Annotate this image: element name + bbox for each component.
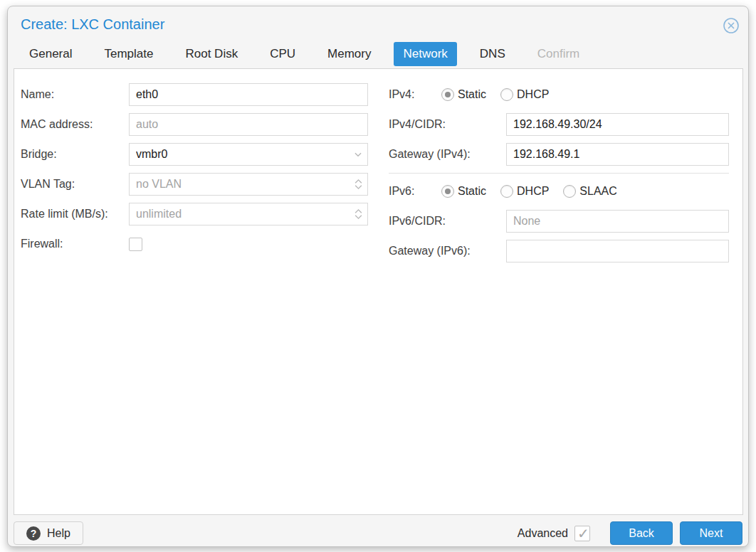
dialog-title: Create: LXC Container	[21, 16, 164, 33]
ipv4-cidr-row: IPv4/CIDR:	[389, 113, 733, 136]
name-input[interactable]	[129, 83, 368, 106]
tab-network[interactable]: Network	[394, 42, 456, 66]
advanced-checkbox[interactable]	[574, 526, 590, 541]
mac-row: MAC address:	[21, 113, 389, 136]
dialog-footer: ? Help Advanced Back Next	[8, 515, 748, 546]
ipv4-mode-label: IPv4:	[389, 88, 441, 101]
ipv6-dhcp-option[interactable]: DHCP	[500, 185, 549, 198]
gateway-ipv6-label: Gateway (IPv6):	[389, 245, 506, 258]
ipv6-mode-row: IPv6: Static DHCP SLAAC	[389, 180, 733, 203]
ipv6-mode-label: IPv6:	[389, 185, 441, 198]
gateway-ipv4-label: Gateway (IPv4):	[389, 148, 506, 161]
help-button-label: Help	[47, 527, 70, 540]
tab-general[interactable]: General	[20, 42, 81, 66]
vlan-row: VLAN Tag:	[21, 173, 389, 196]
tab-dns[interactable]: DNS	[471, 42, 515, 66]
chevron-down-icon[interactable]	[353, 143, 363, 166]
ipv4-dhcp-radio[interactable]	[500, 88, 513, 101]
rate-limit-spinner-input[interactable]	[129, 203, 368, 225]
gateway-ipv6-row: Gateway (IPv6):	[389, 240, 733, 262]
spinner-up-down-icon[interactable]	[354, 203, 363, 225]
question-circle-icon: ?	[26, 526, 41, 541]
ipv6-slaac-option-label[interactable]: SLAAC	[579, 185, 616, 198]
gateway-ipv6-input[interactable]	[506, 240, 729, 262]
mac-label: MAC address:	[21, 118, 129, 131]
ipv6-cidr-row: IPv6/CIDR:	[389, 210, 733, 233]
ipv4-static-option[interactable]: Static	[441, 88, 486, 101]
firewall-label: Firewall:	[21, 238, 129, 250]
name-label: Name:	[21, 88, 129, 101]
gateway-ipv4-input[interactable]	[506, 143, 729, 166]
wizard-tabbar: General Template Root Disk CPU Memory Ne…	[8, 37, 748, 68]
firewall-row: Firewall:	[21, 233, 389, 255]
spinner-up-down-icon[interactable]	[354, 173, 363, 196]
ipv4-dhcp-option[interactable]: DHCP	[500, 88, 549, 101]
ipv6-static-option[interactable]: Static	[441, 185, 486, 198]
bridge-row: Bridge:	[21, 143, 389, 166]
ipv6-static-option-label[interactable]: Static	[458, 185, 486, 198]
tab-memory[interactable]: Memory	[318, 42, 380, 66]
rate-limit-row: Rate limit (MB/s):	[21, 203, 389, 225]
dialog-titlebar: Create: LXC Container	[8, 6, 748, 37]
advanced-label: Advanced	[518, 527, 568, 540]
ipv4-dhcp-option-label[interactable]: DHCP	[517, 88, 549, 101]
ipv6-section-divider	[389, 173, 729, 174]
form-column-right: IPv4: Static DHCP IPv4/CIDR: Gateway (IP…	[389, 83, 742, 514]
bridge-label: Bridge:	[21, 148, 129, 161]
tab-cpu[interactable]: CPU	[261, 42, 305, 66]
gateway-ipv4-row: Gateway (IPv4):	[389, 143, 733, 166]
name-row: Name:	[21, 83, 389, 106]
mac-input[interactable]	[129, 113, 368, 136]
ipv4-mode-row: IPv4: Static DHCP	[389, 83, 733, 106]
bridge-combo-input[interactable]	[129, 143, 368, 166]
ipv6-slaac-option[interactable]: SLAAC	[563, 185, 616, 198]
rate-limit-label: Rate limit (MB/s):	[21, 208, 129, 221]
ipv6-dhcp-radio[interactable]	[500, 185, 513, 198]
ipv6-cidr-label: IPv6/CIDR:	[389, 215, 506, 228]
vlan-spinner-input[interactable]	[129, 173, 368, 196]
ipv4-static-radio[interactable]	[441, 88, 454, 101]
ipv6-static-radio[interactable]	[441, 185, 454, 198]
create-lxc-container-dialog: Create: LXC Container General Template R…	[7, 6, 749, 547]
back-button[interactable]: Back	[610, 521, 673, 545]
vlan-label: VLAN Tag:	[21, 178, 129, 191]
ipv4-cidr-label: IPv4/CIDR:	[389, 118, 506, 131]
ipv6-cidr-input[interactable]	[506, 210, 729, 233]
form-column-left: Name: MAC address: Bridge:	[14, 83, 389, 514]
help-button[interactable]: ? Help	[14, 521, 83, 545]
ipv6-dhcp-option-label[interactable]: DHCP	[517, 185, 549, 198]
ipv4-static-option-label[interactable]: Static	[458, 88, 486, 101]
close-icon[interactable]	[723, 17, 740, 34]
ipv6-slaac-radio[interactable]	[563, 185, 576, 198]
tab-confirm: Confirm	[528, 42, 589, 66]
ipv4-cidr-input[interactable]	[506, 113, 729, 136]
next-button[interactable]: Next	[680, 521, 742, 545]
firewall-checkbox[interactable]	[129, 238, 142, 251]
tab-template[interactable]: Template	[95, 42, 162, 66]
tab-root-disk[interactable]: Root Disk	[176, 42, 247, 66]
network-form-panel: Name: MAC address: Bridge:	[14, 68, 743, 515]
